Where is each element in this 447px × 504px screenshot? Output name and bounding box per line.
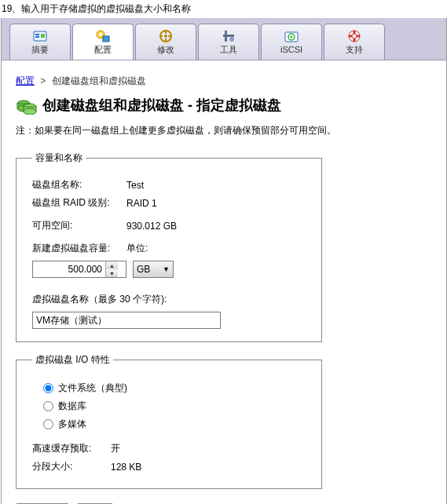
tab-tools[interactable]: 工具 bbox=[198, 24, 259, 60]
svg-point-16 bbox=[352, 34, 357, 38]
svg-rect-1 bbox=[35, 34, 39, 35]
capacity-name-group: 容量和名称 磁盘组名称: Test 磁盘组 RAID 级别: RAID 1 可用… bbox=[16, 152, 322, 342]
modify-icon bbox=[158, 29, 174, 43]
io-option-db[interactable]: 数据库 bbox=[43, 397, 306, 415]
tab-label: 工具 bbox=[220, 44, 237, 56]
io-option-fs[interactable]: 文件系统（典型) bbox=[43, 379, 306, 397]
iscsi-icon bbox=[284, 30, 299, 44]
app-window: 摘要配置修改工具iSCSI支持 配置 > 创建磁盘组和虚拟磁盘 bbox=[1, 18, 447, 504]
chevron-down-icon: ▼ bbox=[163, 265, 170, 273]
breadcrumb-current: 创建磁盘组和虚拟磁盘 bbox=[52, 75, 146, 86]
svg-point-11 bbox=[229, 37, 234, 42]
instruction-text: 19、输入用于存储虚拟的虚拟磁盘大小和名称 bbox=[0, 0, 447, 18]
io-option-mm[interactable]: 多媒体 bbox=[43, 415, 306, 433]
toolbar: 摘要配置修改工具iSCSI支持 bbox=[2, 18, 446, 60]
unit-select-value: GB bbox=[137, 264, 150, 275]
io-radio-fs[interactable] bbox=[43, 383, 53, 393]
vd-name-input[interactable] bbox=[32, 312, 221, 329]
breadcrumb-separator: > bbox=[37, 75, 49, 86]
support-icon bbox=[346, 29, 362, 43]
summary-icon bbox=[32, 29, 48, 43]
unit-label: 单位: bbox=[126, 242, 148, 255]
tab-support[interactable]: 支持 bbox=[324, 24, 385, 60]
io-legend: 虚拟磁盘 I/O 特性 bbox=[32, 353, 113, 367]
io-option-label: 多媒体 bbox=[58, 418, 86, 431]
dg-name-value: Test bbox=[126, 180, 306, 191]
stepper-up-button[interactable]: ▲ bbox=[106, 261, 118, 269]
capacity-input-wrap: ▲ ▼ bbox=[32, 261, 126, 278]
tab-label: 修改 bbox=[157, 44, 174, 56]
new-capacity-label: 新建虚拟磁盘容量: bbox=[32, 242, 126, 255]
segment-size-value: 128 KB bbox=[111, 462, 141, 473]
tab-iscsi[interactable]: iSCSI bbox=[261, 24, 322, 60]
capacity-legend: 容量和名称 bbox=[32, 152, 86, 165]
raid-level-value: RAID 1 bbox=[126, 198, 306, 209]
tools-icon bbox=[221, 29, 236, 43]
io-characteristics-group: 虚拟磁盘 I/O 特性 文件系统（典型)数据库多媒体 高速缓存预取: 开 分段大… bbox=[16, 353, 322, 489]
disk-group-icon bbox=[16, 96, 38, 115]
tab-modify[interactable]: 修改 bbox=[135, 24, 196, 60]
tab-summary[interactable]: 摘要 bbox=[9, 24, 71, 60]
io-radio-db[interactable] bbox=[43, 401, 53, 411]
dg-name-label: 磁盘组名称: bbox=[32, 178, 126, 192]
svg-point-14 bbox=[291, 36, 293, 38]
cache-prefetch-label: 高速缓存预取: bbox=[32, 442, 111, 455]
svg-point-5 bbox=[99, 33, 102, 36]
breadcrumb: 配置 > 创建磁盘组和虚拟磁盘 bbox=[16, 68, 432, 93]
svg-point-8 bbox=[164, 35, 167, 38]
tab-label: 配置 bbox=[94, 44, 112, 56]
svg-rect-2 bbox=[35, 36, 39, 38]
unit-select[interactable]: GB ▼ bbox=[133, 261, 174, 278]
segment-size-label: 分段大小: bbox=[32, 460, 111, 473]
page-title-row: 创建磁盘组和虚拟磁盘 - 指定虚拟磁盘 bbox=[16, 93, 432, 121]
capacity-input[interactable] bbox=[33, 262, 105, 276]
page-title: 创建磁盘组和虚拟磁盘 - 指定虚拟磁盘 bbox=[42, 96, 281, 115]
svg-rect-10 bbox=[225, 31, 227, 42]
tab-label: 摘要 bbox=[31, 44, 49, 56]
cache-prefetch-value: 开 bbox=[111, 442, 120, 455]
tab-configure[interactable]: 配置 bbox=[72, 24, 134, 60]
vd-name-label: 虚拟磁盘名称（最多 30 个字符): bbox=[32, 293, 167, 306]
free-space-label: 可用空间: bbox=[32, 219, 126, 232]
free-space-value: 930.012 GB bbox=[126, 221, 306, 232]
io-option-label: 文件系统（典型) bbox=[58, 382, 127, 395]
note-text: 注：如果要在同一磁盘组上创建更多虚拟磁盘，则请确保预留部分可用空间。 bbox=[16, 121, 432, 147]
io-radio-mm[interactable] bbox=[43, 419, 53, 429]
svg-rect-3 bbox=[41, 34, 45, 38]
breadcrumb-root-link[interactable]: 配置 bbox=[16, 75, 35, 86]
raid-level-label: 磁盘组 RAID 级别: bbox=[32, 196, 126, 210]
svg-rect-6 bbox=[103, 36, 109, 42]
quantity-stepper: ▲ ▼ bbox=[105, 261, 118, 277]
io-option-label: 数据库 bbox=[58, 400, 86, 413]
wizard-nav: 下一步 > 取消 bbox=[16, 500, 432, 504]
configure-icon bbox=[95, 29, 111, 43]
tab-label: iSCSI bbox=[280, 45, 302, 54]
tab-label: 支持 bbox=[346, 44, 363, 56]
svg-point-22 bbox=[24, 108, 36, 115]
stepper-down-button[interactable]: ▼ bbox=[106, 269, 118, 277]
